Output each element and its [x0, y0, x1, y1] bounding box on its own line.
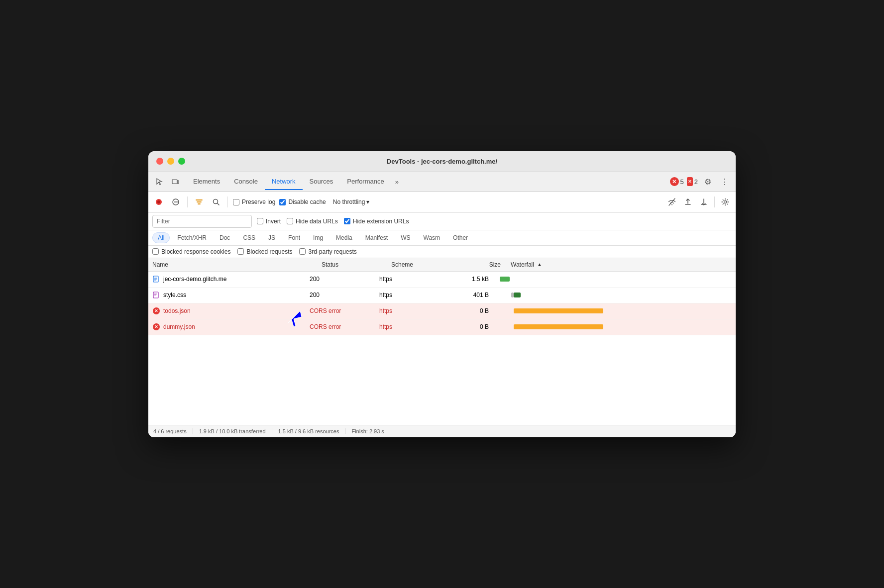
wifi-icon[interactable] — [665, 196, 678, 208]
svg-rect-1 — [177, 181, 179, 184]
throttle-select[interactable]: No throttling ▾ — [330, 197, 373, 207]
titlebar: DevTools - jec-cors-demo.glitch.me/ — [148, 151, 736, 172]
table-header: Name Status Scheme Size Waterfall ▲ — [148, 258, 736, 272]
third-party-label[interactable]: 3rd-party requests — [299, 248, 356, 255]
blocked-cookies-text: Blocked response cookies — [161, 248, 230, 255]
invert-checkbox-label[interactable]: Invert — [257, 218, 281, 225]
type-btn-img[interactable]: Img — [308, 232, 329, 243]
error-icon-red-1: ✕ — [670, 177, 679, 186]
disable-cache-checkbox[interactable] — [279, 199, 286, 205]
error-badge-1[interactable]: ✕ 5 — [670, 177, 684, 186]
hide-data-urls-checkbox-label[interactable]: Hide data URLs — [287, 218, 338, 225]
toolbar-sep-2 — [227, 196, 228, 207]
preserve-log-checkbox-label[interactable]: Preserve log — [233, 198, 275, 205]
sort-arrow-up: ▲ — [537, 262, 542, 267]
device-toggle-icon[interactable] — [168, 175, 182, 189]
row-size-1: 1.5 kB — [439, 276, 499, 283]
hide-extension-urls-label: Hide extension URLs — [353, 218, 409, 225]
network-table-body: jec-cors-demo.glitch.me 200 https 1.5 kB — [148, 272, 736, 425]
svg-rect-0 — [172, 180, 177, 184]
type-btn-other[interactable]: Other — [447, 232, 473, 243]
col-header-status[interactable]: Status — [322, 261, 391, 268]
clear-button[interactable] — [169, 196, 182, 208]
network-settings-button[interactable] — [719, 196, 732, 208]
type-btn-js[interactable]: JS — [263, 232, 281, 243]
blocked-cookies-checkbox[interactable] — [152, 248, 159, 255]
hide-data-urls-checkbox[interactable] — [287, 218, 293, 224]
tab-console[interactable]: Console — [227, 174, 265, 190]
row-status-1: 200 — [310, 276, 379, 283]
tabs-more-button[interactable]: » — [391, 176, 403, 188]
row-waterfall-4 — [499, 323, 732, 331]
col-header-name[interactable]: Name — [152, 261, 322, 268]
third-party-checkbox[interactable] — [299, 248, 306, 255]
blocked-requests-text: Blocked requests — [246, 248, 292, 255]
row-size-2: 401 B — [439, 292, 499, 298]
type-btn-ws[interactable]: WS — [395, 232, 416, 243]
type-btn-fetch-xhr[interactable]: Fetch/XHR — [172, 232, 212, 243]
devtools-more-button[interactable]: ⋮ — [718, 175, 732, 189]
tab-sources[interactable]: Sources — [303, 174, 340, 190]
hide-extension-urls-checkbox-label[interactable]: Hide extension URLs — [344, 218, 409, 225]
minimize-button[interactable] — [167, 158, 174, 165]
cursor-icon[interactable] — [152, 175, 166, 189]
type-btn-manifest[interactable]: Manifest — [360, 232, 393, 243]
type-btn-media[interactable]: Media — [331, 232, 358, 243]
download-button[interactable] — [697, 196, 710, 208]
upload-button[interactable] — [681, 196, 694, 208]
error-badge-2[interactable]: ✕ 2 — [687, 177, 698, 186]
tab-icons — [152, 175, 182, 189]
disable-cache-checkbox-label[interactable]: Disable cache — [279, 198, 326, 205]
devtools-window: DevTools - jec-cors-demo.glitch.me/ — [148, 151, 736, 437]
type-btn-wasm[interactable]: Wasm — [418, 232, 446, 243]
devtools-panel: Elements Console Network Sources Perform… — [148, 172, 736, 437]
invert-checkbox[interactable] — [257, 218, 263, 224]
filter-options: Invert Hide data URLs Hide extension URL… — [257, 218, 409, 225]
row-status-2: 200 — [310, 292, 379, 298]
row-waterfall-3 — [499, 307, 732, 315]
throttle-label: No throttling — [333, 198, 365, 205]
table-row[interactable]: jec-cors-demo.glitch.me 200 https 1.5 kB — [148, 272, 736, 288]
row-size-4: 0 B — [439, 323, 499, 330]
status-requests: 4 / 6 requests — [153, 428, 193, 434]
search-button[interactable] — [210, 196, 222, 208]
row-scheme-3: https — [379, 307, 439, 314]
row-name-1: jec-cors-demo.glitch.me — [152, 275, 310, 283]
row-name-text-1: jec-cors-demo.glitch.me — [163, 276, 226, 283]
col-header-size[interactable]: Size — [451, 261, 511, 268]
blocked-requests-checkbox[interactable] — [237, 248, 244, 255]
disable-cache-label: Disable cache — [288, 198, 326, 205]
maximize-button[interactable] — [178, 158, 185, 165]
devtools-settings-button[interactable]: ⚙ — [701, 175, 715, 189]
svg-point-3 — [157, 200, 160, 203]
row-name-2: style.css — [152, 291, 310, 299]
type-btn-css[interactable]: CSS — [237, 232, 261, 243]
tab-network[interactable]: Network — [265, 174, 303, 190]
type-btn-all[interactable]: All — [152, 232, 170, 243]
close-button[interactable] — [156, 158, 163, 165]
row-scheme-2: https — [379, 292, 439, 298]
blocked-cookies-label[interactable]: Blocked response cookies — [152, 248, 230, 255]
hide-extension-urls-checkbox[interactable] — [344, 218, 350, 224]
col-header-waterfall[interactable]: Waterfall ▲ — [511, 261, 732, 268]
col-header-scheme[interactable]: Scheme — [391, 261, 451, 268]
type-btn-font[interactable]: Font — [283, 232, 306, 243]
tab-performance[interactable]: Performance — [340, 174, 391, 190]
status-bar: 4 / 6 requests 1.9 kB / 10.0 kB transfer… — [148, 425, 736, 437]
filter-input[interactable] — [152, 215, 252, 228]
css-icon — [152, 291, 160, 299]
tab-elements[interactable]: Elements — [186, 174, 227, 190]
record-button[interactable] — [152, 196, 165, 208]
table-row[interactable]: ✕ dummy.json CORS error https 0 B — [148, 319, 736, 335]
blocked-requests-label[interactable]: Blocked requests — [237, 248, 292, 255]
type-btn-doc[interactable]: Doc — [214, 232, 235, 243]
row-waterfall-2 — [499, 291, 732, 299]
network-toolbar: Preserve log Disable cache No throttling… — [148, 192, 736, 213]
table-row[interactable]: ✕ todos.json CORS error https 0 B — [148, 303, 736, 319]
row-name-text-4: dummy.json — [163, 323, 195, 330]
row-scheme-1: https — [379, 276, 439, 283]
preserve-log-checkbox[interactable] — [233, 199, 239, 205]
table-row[interactable]: style.css 200 https 401 B — [148, 288, 736, 303]
filter-button[interactable] — [193, 196, 206, 208]
error-count-2: 2 — [694, 178, 698, 186]
